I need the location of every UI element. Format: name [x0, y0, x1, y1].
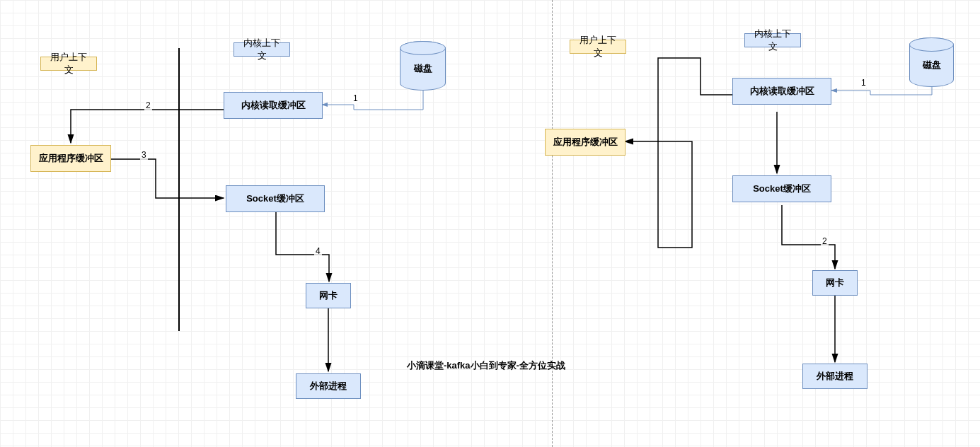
socket-buffer-left: Socket缓冲区: [226, 185, 325, 212]
kernel-read-buffer-left: 内核读取缓冲区: [224, 92, 323, 119]
kernel-read-buffer-right: 内核读取缓冲区: [732, 78, 831, 105]
nic-right: 网卡: [812, 270, 858, 296]
label-user-context-right: 用户上下文: [570, 40, 626, 54]
footer-text: 小滴课堂-kafka小白到专家-全方位实战: [407, 359, 565, 372]
app-buffer-right: 应用程序缓冲区: [545, 129, 626, 156]
edge-label-3-left: 3: [140, 150, 148, 160]
label-kernel-context-left: 内核上下文: [234, 42, 290, 57]
nic-left: 网卡: [306, 283, 351, 308]
edge-label-2-right: 2: [821, 236, 829, 246]
edge-label-4-left: 4: [314, 246, 322, 256]
external-process-left: 外部进程: [296, 373, 361, 399]
label-kernel-context-right: 内核上下文: [744, 33, 801, 47]
external-process-right: 外部进程: [802, 364, 867, 389]
edge-label-2-left: 2: [144, 100, 152, 110]
disk-left: 磁盘: [400, 41, 446, 91]
edge-label-1-right: 1: [860, 78, 867, 88]
center-divider: [552, 0, 553, 447]
socket-buffer-right: Socket缓冲区: [732, 175, 831, 202]
edge-label-1-left: 1: [352, 93, 359, 103]
label-user-context-left: 用户上下文: [40, 57, 97, 71]
divider-left: [178, 48, 180, 331]
app-buffer-left: 应用程序缓冲区: [30, 145, 111, 172]
disk-right: 磁盘: [909, 37, 954, 87]
